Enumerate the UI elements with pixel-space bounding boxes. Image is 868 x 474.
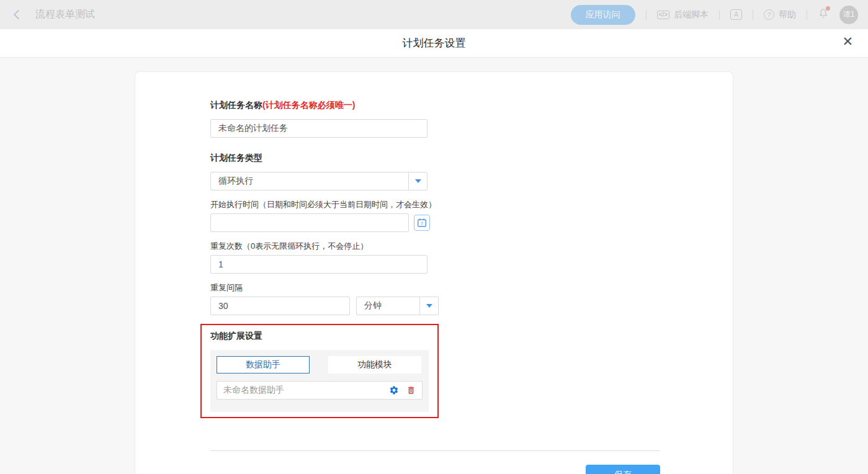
extension-annotation-box: 功能扩展设置 数据助手 功能模块 未命名数据助手	[200, 324, 439, 418]
task-name-label-text: 计划任务名称	[210, 100, 262, 110]
topbar-divider	[646, 10, 647, 20]
topbar-divider	[719, 10, 720, 20]
topbar-divider	[807, 10, 807, 20]
avatar[interactable]: 谭1	[839, 6, 858, 24]
close-icon[interactable]: ✕	[842, 35, 853, 48]
settings-card: 计划任务名称(计划任务名称必须唯一) 计划任务类型 循环执行 开始执行时间（日期…	[135, 71, 733, 474]
app-access-button[interactable]: 应用访问	[571, 5, 635, 25]
footer-divider	[210, 450, 660, 451]
task-name-label: 计划任务名称(计划任务名称必须唯一)	[210, 100, 733, 111]
tab-data-assistant[interactable]: 数据助手	[217, 356, 310, 373]
dialog-title: 计划任务设置	[403, 36, 466, 50]
help-icon: ?	[764, 9, 774, 20]
data-assistant-item: 未命名数据助手	[217, 381, 423, 400]
topbar-divider	[753, 10, 753, 20]
repeat-count-input[interactable]	[210, 255, 427, 274]
chevron-down-icon	[419, 297, 438, 315]
extension-tabs: 数据助手 功能模块	[217, 356, 423, 373]
trash-icon[interactable]	[406, 385, 416, 395]
dialog-body: 计划任务名称(计划任务名称必须唯一) 计划任务类型 循环执行 开始执行时间（日期…	[0, 71, 868, 474]
data-assistant-name: 未命名数据助手	[223, 385, 389, 396]
interval-unit-value: 分钟	[357, 297, 419, 315]
repeat-interval-input[interactable]	[210, 297, 350, 315]
task-type-value: 循环执行	[211, 172, 408, 190]
help-label: 帮助	[779, 9, 796, 20]
id-card-icon[interactable]: A	[730, 9, 742, 20]
task-name-note: (计划任务名称必须唯一)	[262, 100, 355, 110]
repeat-count-label: 重复次数（0表示无限循环执行，不会停止）	[210, 241, 733, 252]
app-page-title: 流程表单测试	[35, 8, 95, 21]
task-type-select[interactable]: 循环执行	[210, 172, 427, 190]
backend-script-button[interactable]: </> 后端脚本	[657, 9, 709, 20]
back-icon[interactable]	[14, 10, 24, 20]
notification-dot	[826, 6, 830, 11]
start-time-label: 开始执行时间（日期和时间必须大于当前日期时间，才会生效）	[210, 199, 733, 210]
start-time-input[interactable]	[210, 213, 409, 232]
interval-unit-select[interactable]: 分钟	[356, 297, 439, 315]
save-button[interactable]: 保存	[586, 465, 660, 474]
repeat-interval-label: 重复间隔	[210, 282, 733, 293]
svg-text:7: 7	[421, 221, 424, 226]
extension-panel: 数据助手 功能模块 未命名数据助手	[210, 350, 429, 412]
extension-title: 功能扩展设置	[210, 331, 429, 342]
dialog-header: 计划任务设置 ✕	[0, 29, 868, 58]
tab-function-module[interactable]: 功能模块	[328, 356, 421, 373]
chevron-down-icon	[408, 172, 427, 190]
calendar-icon[interactable]: 7	[414, 215, 430, 231]
gear-icon[interactable]	[389, 385, 399, 395]
backend-script-label: 后端脚本	[674, 9, 709, 20]
notifications-button[interactable]	[818, 7, 829, 22]
top-app-bar: 流程表单测试 应用访问 </> 后端脚本 A ? 帮助	[0, 0, 868, 29]
help-button[interactable]: ? 帮助	[764, 9, 796, 20]
code-icon: </>	[657, 11, 669, 19]
task-name-input[interactable]	[210, 119, 427, 138]
task-type-label: 计划任务类型	[210, 153, 733, 164]
